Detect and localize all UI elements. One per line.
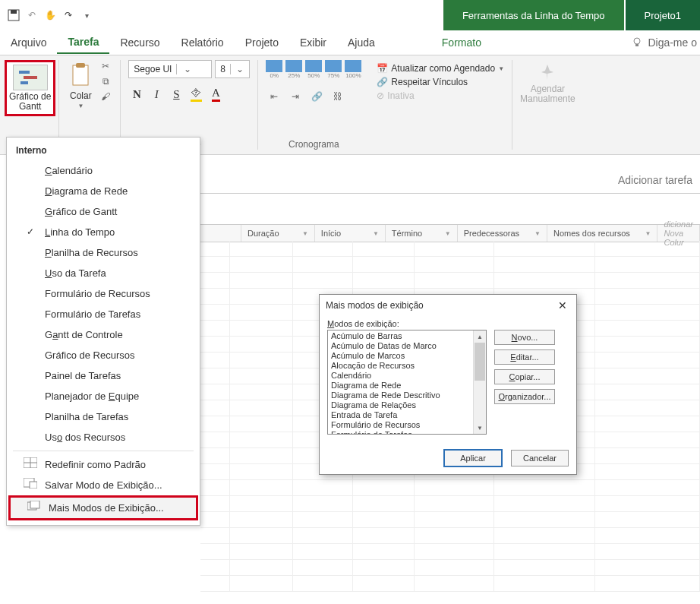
progress-75-button[interactable] — [325, 60, 342, 72]
contextual-tab-label: Ferramentas da Linha do Tempo — [443, 0, 624, 30]
title-bar: ↶ ✋ ↷ ▾ Ferramentas da Linha do Tempo Pr… — [0, 0, 700, 30]
inactive-button[interactable]: ⊘Inativa — [377, 90, 414, 101]
list-item[interactable]: Alocação de Recursos — [330, 361, 484, 371]
font-name-value: Segoe UI — [129, 64, 176, 74]
save-view-icon — [24, 478, 37, 490]
indent-icon[interactable]: ⇥ — [287, 88, 304, 105]
more-views-item[interactable]: Mais Modos de Exibição... — [11, 498, 196, 518]
list-label: Modos de exibição: — [327, 319, 569, 328]
progress-100-button[interactable] — [345, 60, 361, 72]
view-item[interactable]: Uso dos Recursos — [7, 427, 200, 447]
font-color-button[interactable]: A — [207, 86, 224, 103]
tab-relatorio[interactable]: Relatório — [171, 32, 235, 53]
inactive-icon: ⊘ — [377, 90, 384, 101]
tab-projeto[interactable]: Projeto — [235, 32, 289, 53]
column-add-new[interactable]: dicionar Nova Colur — [657, 225, 700, 242]
view-item[interactable]: Formulário de Recursos — [7, 283, 200, 304]
view-item[interactable]: Planilha de Tarefas — [7, 406, 200, 427]
views-listbox[interactable]: Acúmulo de BarrasAcúmulo de Datas de Mar… — [327, 330, 487, 435]
progress-0-button[interactable] — [266, 60, 282, 72]
chevron-down-icon: ⌄ — [230, 64, 249, 74]
cut-icon[interactable]: ✂ — [99, 60, 112, 72]
list-item[interactable]: Acúmulo de Marcos — [330, 351, 484, 361]
touch-icon[interactable]: ✋ — [44, 9, 56, 21]
list-item[interactable]: Acúmulo de Barras — [330, 331, 484, 341]
font-name-combo[interactable]: Segoe UI⌄ — [128, 60, 212, 78]
edit-button[interactable]: Editar... — [494, 349, 555, 365]
scroll-down-icon[interactable]: ▼ — [474, 422, 486, 434]
scroll-thumb[interactable] — [475, 343, 485, 381]
view-item[interactable]: Planejador de Equipe — [7, 386, 200, 406]
organizer-button[interactable]: Organizador... — [494, 389, 555, 404]
column-recursos[interactable]: Nomes dos recursos▼ — [547, 225, 658, 242]
view-item[interactable]: Gráfico de Gantt — [7, 201, 200, 222]
progress-50-button[interactable] — [305, 60, 322, 72]
italic-button[interactable]: I — [148, 86, 165, 103]
copy-icon[interactable]: ⧉ — [99, 75, 112, 87]
view-item[interactable]: Painel de Tarefas — [7, 365, 200, 386]
list-item[interactable]: Formulário de Recursos — [330, 420, 484, 430]
view-item[interactable]: Formulário de Tarefas — [7, 304, 200, 324]
new-button[interactable]: Novo... — [494, 330, 555, 345]
tab-formato[interactable]: Formato — [431, 32, 492, 53]
fill-color-button[interactable]: ⯑ — [188, 86, 204, 103]
save-icon[interactable] — [8, 9, 20, 21]
list-item[interactable]: Calendário — [330, 371, 484, 381]
view-item[interactable]: Uso da Tarefa — [7, 263, 200, 283]
view-item[interactable]: Planilha de Recursos — [7, 242, 200, 263]
ribbon-tabs: Arquivo Tarefa Recurso Relatório Projeto… — [0, 30, 700, 55]
close-button[interactable]: ✕ — [555, 299, 570, 311]
format-painter-icon[interactable]: 🖌 — [99, 90, 112, 103]
underline-button[interactable]: S — [168, 86, 184, 103]
view-item[interactable]: Gráfico de Recursos — [7, 345, 200, 365]
apply-button[interactable]: Aplicar — [444, 450, 502, 466]
view-item[interactable]: Gantt de Controle — [7, 324, 200, 345]
tab-arquivo[interactable]: Arquivo — [0, 32, 57, 53]
view-item[interactable]: Calendário — [7, 160, 200, 181]
update-scheduled-button[interactable]: 📅Atualizar como Agendado▼ — [377, 63, 504, 74]
column-indicator[interactable] — [200, 225, 241, 242]
list-item[interactable]: Acúmulo de Datas de Marco — [330, 341, 484, 351]
gantt-icon — [13, 65, 48, 90]
undo-task-icon[interactable]: ↶ — [26, 9, 38, 21]
save-view-item[interactable]: Salvar Modo de Exibição... — [7, 475, 200, 495]
paste-label: Colar — [70, 90, 92, 101]
timeline-strip[interactable]: Adicionar tarefa — [200, 167, 700, 194]
bold-button[interactable]: N — [128, 86, 145, 103]
manual-schedule-button[interactable]: Agendar Manualmente — [520, 60, 575, 104]
scrollbar[interactable]: ▲ ▼ — [473, 330, 486, 434]
tell-me-search[interactable]: Diga-me o — [631, 36, 700, 49]
list-item[interactable]: Diagrama de Rede — [330, 381, 484, 391]
list-item[interactable]: Diagrama de Rede Descritivo — [330, 391, 484, 400]
qat-custom-icon[interactable]: ▾ — [80, 9, 93, 21]
column-termino[interactable]: Término▼ — [386, 225, 458, 242]
redo-icon[interactable]: ↷ — [62, 9, 74, 21]
font-size-value: 8 — [216, 64, 230, 74]
scroll-up-icon[interactable]: ▲ — [474, 330, 486, 343]
tab-recurso[interactable]: Recurso — [109, 32, 170, 53]
cronograma-group-label: Cronograma — [289, 138, 339, 153]
tab-exibir[interactable]: Exibir — [289, 32, 337, 53]
gantt-chart-dropdown[interactable]: Gráfico de Gantt — [5, 60, 55, 116]
respect-links-button[interactable]: 🔗Respeitar Vínculos — [377, 77, 468, 87]
copy-button[interactable]: Copiar... — [494, 369, 555, 384]
reset-default-item[interactable]: Redefinir como Padrão — [7, 454, 200, 475]
progress-25-button[interactable] — [285, 60, 302, 72]
view-item[interactable]: ✓Linha do Tempo — [7, 222, 200, 242]
column-predecessoras[interactable]: Predecessoras▼ — [458, 225, 547, 242]
tab-tarefa[interactable]: Tarefa — [57, 31, 109, 54]
column-duracao[interactable]: Duração▼ — [241, 225, 315, 242]
paste-button[interactable]: Colar ▼ — [67, 60, 94, 111]
list-item[interactable]: Entrada de Tarefa — [330, 410, 484, 420]
list-item[interactable]: Diagrama de Relações — [330, 400, 484, 410]
unlink-icon[interactable]: ⛓ — [330, 88, 346, 105]
tab-ajuda[interactable]: Ajuda — [337, 32, 386, 53]
outdent-icon[interactable]: ⇤ — [266, 88, 282, 105]
column-inicio[interactable]: Início▼ — [315, 225, 386, 242]
list-item[interactable]: Formulário de Tarefas — [330, 430, 484, 435]
cancel-button[interactable]: Cancelar — [511, 450, 569, 466]
chevron-down-icon: ▼ — [498, 65, 504, 72]
view-item[interactable]: Diagrama de Rede — [7, 181, 200, 201]
link-icon[interactable]: 🔗 — [308, 88, 325, 105]
font-size-combo[interactable]: 8⌄ — [215, 60, 250, 78]
